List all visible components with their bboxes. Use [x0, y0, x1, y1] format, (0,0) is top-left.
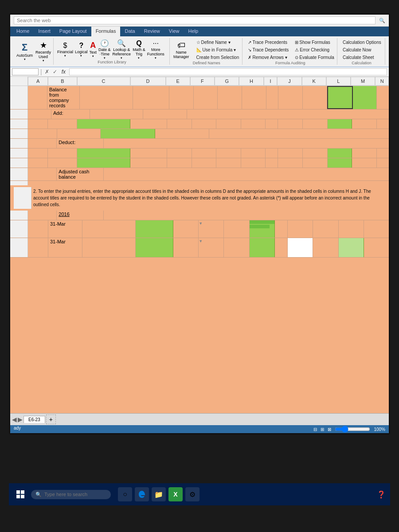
- cell-l3-green[interactable]: [328, 119, 352, 129]
- error-checking-button[interactable]: ⚠ Error Checking: [293, 47, 336, 53]
- tab-data[interactable]: Data: [120, 27, 139, 36]
- cell-h-mar2-green[interactable]: [250, 238, 275, 257]
- cell-c2[interactable]: [90, 110, 143, 119]
- col-header-g[interactable]: G: [215, 77, 239, 86]
- tab-home[interactable]: Home: [12, 27, 34, 36]
- cell-g[interactable]: [218, 86, 242, 109]
- tab-page-layout[interactable]: Page Layout: [55, 27, 91, 36]
- cell-c-mar1[interactable]: [82, 220, 136, 238]
- cell-g7[interactable]: [216, 158, 241, 168]
- cell-m3[interactable]: [352, 119, 377, 129]
- cell-a-year[interactable]: [28, 211, 57, 220]
- define-name-button[interactable]: ☆ Define Name ▾: [195, 39, 241, 46]
- cell-j6[interactable]: [278, 149, 303, 158]
- cell-k-mar1[interactable]: [313, 220, 338, 238]
- tab-help[interactable]: Help: [184, 27, 203, 36]
- cell-d3[interactable]: [130, 119, 167, 129]
- cell-h-mar1-green[interactable]: [250, 220, 275, 238]
- cell-c4-green[interactable]: [101, 129, 155, 138]
- cell-f3[interactable]: [192, 119, 217, 129]
- taskbar-icon-gear[interactable]: ⚙: [185, 487, 200, 501]
- remove-arrows-button[interactable]: ✗ Remove Arrows ▾: [246, 54, 290, 61]
- confirm-formula-button[interactable]: ✓: [52, 69, 58, 75]
- cell-i-mar2[interactable]: [275, 238, 288, 257]
- tab-view[interactable]: View: [164, 27, 184, 36]
- cell-k3[interactable]: [303, 119, 328, 129]
- cell-a[interactable]: [28, 86, 47, 109]
- col-header-l[interactable]: L: [326, 77, 351, 86]
- cell-l7-green[interactable]: [328, 158, 352, 168]
- cancel-formula-button[interactable]: ✗: [44, 69, 50, 75]
- page-break-icon[interactable]: ⊠: [328, 427, 331, 432]
- sheet-nav-left[interactable]: ◀: [12, 416, 17, 423]
- cell-a-mar2[interactable]: [28, 238, 48, 257]
- col-header-n[interactable]: N: [375, 77, 389, 86]
- cell-l-mar2-lightgreen[interactable]: [339, 238, 364, 257]
- cell-i6[interactable]: [266, 149, 278, 158]
- cell-f[interactable]: [194, 86, 218, 109]
- cell-k-mar2[interactable]: [313, 238, 338, 257]
- col-header-h[interactable]: H: [239, 77, 263, 86]
- add-sheet-button[interactable]: +: [46, 415, 56, 424]
- cell-m-mar2[interactable]: [364, 238, 389, 257]
- taskbar-icon-file[interactable]: 📁: [152, 487, 166, 501]
- cell-b-balance[interactable]: Balance from company records: [47, 86, 80, 109]
- cell-k7[interactable]: [303, 158, 328, 168]
- cell-h7[interactable]: [241, 158, 266, 168]
- evaluate-formula-button[interactable]: ⊙ Evaluate Formula: [293, 54, 336, 61]
- cell-d4[interactable]: [155, 129, 210, 138]
- col-header-j[interactable]: J: [277, 77, 301, 86]
- trace-dependents-button[interactable]: ↘ Trace Dependents: [246, 47, 290, 53]
- financial-button[interactable]: $ Financial ▾: [57, 42, 73, 58]
- cell-m6[interactable]: [352, 149, 377, 158]
- logical-button[interactable]: ? Logical ▾: [75, 42, 88, 58]
- col-header-c[interactable]: C: [77, 77, 130, 86]
- cell-b6[interactable]: [48, 149, 77, 158]
- cell-j7[interactable]: [278, 158, 303, 168]
- cell-i3[interactable]: [266, 119, 278, 129]
- cell-g-mar2[interactable]: [224, 238, 249, 257]
- cell-b7[interactable]: [48, 158, 77, 168]
- tab-insert[interactable]: Insert: [34, 27, 55, 36]
- cell-b-year[interactable]: 2016: [57, 211, 103, 220]
- col-header-i[interactable]: I: [264, 77, 278, 86]
- question-mark-icon[interactable]: ❓: [377, 490, 386, 499]
- formula-input[interactable]: [69, 68, 387, 75]
- cell-b-add[interactable]: Add:: [51, 110, 90, 119]
- text-button[interactable]: A Text ▾: [90, 41, 97, 58]
- cell-a2[interactable]: [28, 110, 51, 119]
- cell-g-mar1[interactable]: [224, 220, 249, 238]
- cell-e-mar1[interactable]: [173, 220, 199, 238]
- cell-c[interactable]: [80, 86, 133, 109]
- more-functions-button[interactable]: ··· MoreFunctions ▾: [147, 39, 164, 60]
- cell-k-selected[interactable]: [303, 86, 327, 109]
- sheet-nav-right[interactable]: ▶: [18, 416, 23, 423]
- windows-start-button[interactable]: [13, 487, 27, 501]
- use-in-formula-button[interactable]: 📐 Use in Formula ▾: [195, 47, 241, 53]
- cell-a7[interactable]: [28, 158, 48, 168]
- cell-c3-green[interactable]: [77, 119, 130, 129]
- cell-b8-adjusted[interactable]: Adjusted cash balance: [57, 168, 103, 180]
- cell-h6[interactable]: [241, 149, 266, 158]
- cell-k6[interactable]: [303, 149, 328, 158]
- cell-e-mar2[interactable]: [173, 238, 199, 257]
- taskbar-icon-x[interactable]: X: [168, 487, 183, 501]
- cell-e6[interactable]: [167, 149, 192, 158]
- calculate-now-button[interactable]: Calculate Now: [341, 47, 373, 53]
- cell-d[interactable]: [133, 86, 169, 109]
- cell-c6-green[interactable]: [77, 149, 130, 158]
- cell-j3[interactable]: [278, 119, 303, 129]
- cell-n[interactable]: [377, 86, 389, 109]
- cell-e7[interactable]: [167, 158, 192, 168]
- cell-reference-box[interactable]: [12, 68, 39, 75]
- tab-formulas[interactable]: Formulas: [91, 27, 121, 36]
- cell-m-mar1[interactable]: [364, 220, 389, 238]
- col-header-k[interactable]: K: [302, 77, 326, 86]
- cell-a-mar1[interactable]: [28, 220, 48, 238]
- cell-a5[interactable]: [28, 139, 57, 148]
- autosum-button[interactable]: Σ AutoSum ▾: [16, 42, 33, 61]
- col-header-a[interactable]: A: [28, 77, 48, 86]
- cell-a8[interactable]: [28, 168, 57, 180]
- cell-l-mar1[interactable]: [339, 220, 364, 238]
- lookup-reference-button[interactable]: 🔍 Lookup &Reference ▾: [113, 39, 131, 60]
